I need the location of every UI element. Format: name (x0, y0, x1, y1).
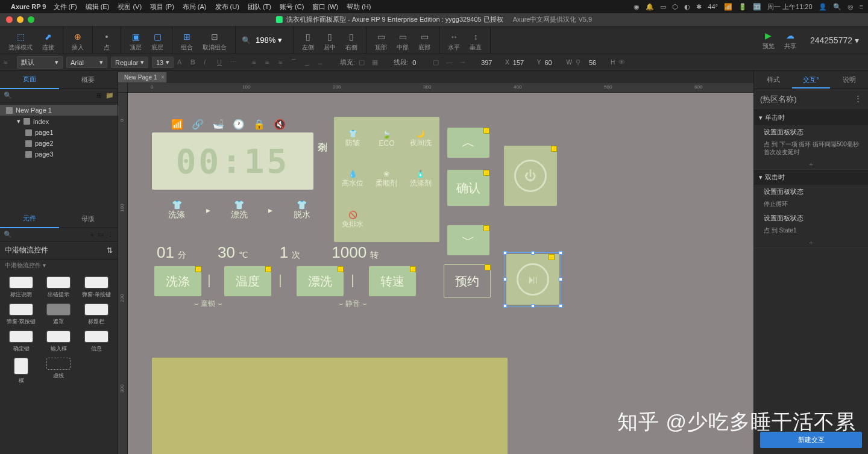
tool-select[interactable]: ⬚选择模式 (4, 29, 37, 54)
status-input-icon[interactable]: 🈁 (753, 3, 761, 11)
status-temp[interactable]: 44° (708, 3, 718, 10)
underline-icon[interactable]: U (217, 58, 227, 67)
menu-window[interactable]: 窗口 (W) (312, 2, 338, 11)
lib-item[interactable]: 虚线 (42, 358, 75, 385)
size-h[interactable]: 56 (589, 59, 606, 66)
tool-connect[interactable]: ⬈连接 (37, 29, 59, 54)
menu-help[interactable]: 帮助 (H) (347, 2, 371, 11)
arrow-icon[interactable]: → (459, 58, 469, 67)
lib-item[interactable]: 标题栏 (80, 303, 113, 326)
color-icon[interactable]: A (177, 58, 187, 67)
align-left[interactable]: ▯左侧 (297, 29, 319, 54)
lib-item[interactable]: 确定键 (5, 331, 37, 353)
btn-wash[interactable]: 洗涤 (154, 266, 201, 296)
canvas-stage[interactable]: 📶 🔗 🛁 🕐 🔒 🔇 00:15 剩余 👕防皱 🍃ECO 🌙夜间洗 💧高水位 (128, 93, 753, 454)
status-gear-icon[interactable]: ✱ (696, 3, 702, 11)
line-width[interactable]: 0 (412, 59, 429, 66)
tab-masters[interactable]: 母版 (59, 210, 118, 228)
tool-point[interactable]: •点 (96, 29, 117, 54)
tab-outline[interactable]: 概要 (59, 71, 118, 89)
lib-sub[interactable]: 中港物流控件 ▾ (0, 260, 118, 272)
action-detail[interactable]: 点 到 下一项 循环 循环间隔500毫秒首次改变延时 (754, 139, 868, 160)
tab-notes[interactable]: 说明 (830, 71, 868, 89)
zoom-value[interactable]: 198% ▾ (251, 36, 287, 45)
lib-item[interactable]: 弹窗-单按键 (80, 276, 113, 299)
tab-interactions[interactable]: 交互° (792, 71, 830, 89)
lib-item[interactable]: 输入框 (42, 331, 75, 353)
tab-widgets[interactable]: 元件 (0, 210, 59, 228)
action-stop[interactable]: 停止循环 (754, 199, 868, 211)
status-bell-icon[interactable]: 🔔 (646, 3, 654, 11)
style-select[interactable]: 默认▾ (17, 56, 63, 69)
menu-view[interactable]: 视图 (V) (118, 2, 142, 11)
tab-pages[interactable]: 页面 (0, 70, 59, 89)
status-clock[interactable]: 周一 上午11:20 (767, 2, 813, 11)
status-battery-icon[interactable]: 🔋 (738, 3, 747, 11)
canvas-tab[interactable]: New Page 1× (118, 72, 167, 82)
align-center[interactable]: ▯居中 (319, 29, 341, 54)
action-setpanel3[interactable]: 设置面板状态 (754, 211, 868, 225)
tab-style[interactable]: 样式 (754, 71, 792, 89)
action-setpanel2[interactable]: 设置面板状态 (754, 185, 868, 199)
close-tab-icon[interactable]: × (161, 74, 164, 80)
fill-swatch[interactable]: ▢ (359, 58, 368, 67)
share-button[interactable]: ☁共享 (779, 28, 801, 52)
status-siri-icon[interactable]: ◎ (848, 3, 854, 11)
dist-v[interactable]: ↕垂直 (465, 29, 486, 54)
lib-folder-icon[interactable]: ▭ (98, 231, 104, 238)
lib-item[interactable]: 弹窗-双按键 (5, 303, 37, 326)
valign-t-icon[interactable]: ⎺ (292, 58, 301, 67)
status-menu-icon[interactable]: ≡ (860, 3, 863, 10)
btn-rinse[interactable]: 漂洗 (297, 266, 344, 296)
app-name[interactable]: Axure RP 9 (11, 3, 46, 10)
pos-y[interactable]: 157 (513, 59, 532, 66)
menu-team[interactable]: 团队 (T) (248, 2, 271, 11)
more-text-icon[interactable]: ⋯ (230, 58, 240, 67)
fill-img-icon[interactable]: ▦ (372, 58, 382, 67)
font-select[interactable]: Arial▾ (66, 57, 107, 68)
status-hex-icon[interactable]: ⬡ (672, 3, 678, 11)
status-search-icon[interactable]: 🔍 (833, 3, 841, 11)
dist-h[interactable]: ↔水平 (443, 29, 465, 54)
window-close[interactable] (6, 16, 13, 23)
align-bottom[interactable]: ▭底部 (414, 29, 435, 54)
tool-ungroup[interactable]: ⊟取消组合 (198, 29, 231, 54)
lock-ratio-icon[interactable]: ⚲ (576, 58, 585, 67)
lib-item[interactable]: 标注说明 (5, 276, 37, 299)
halign-left-icon[interactable]: ≡ (252, 58, 262, 67)
menu-edit[interactable]: 编辑 (E) (86, 2, 110, 11)
halign-right-icon[interactable]: ≡ (278, 58, 288, 67)
page-index[interactable]: ▾ index (0, 116, 118, 127)
italic-icon[interactable]: I (204, 58, 213, 67)
window-maximize[interactable] (28, 16, 34, 23)
window-minimize[interactable] (17, 16, 24, 23)
lib-menu-icon[interactable]: ⋮ (107, 231, 114, 238)
menu-account[interactable]: 账号 (C) (280, 2, 304, 11)
valign-m-icon[interactable]: ⎯ (305, 58, 315, 67)
event-click[interactable]: ▾ 单击时 (754, 110, 868, 125)
add-action2[interactable]: + (754, 238, 868, 248)
add-lib-icon[interactable]: + (90, 231, 94, 238)
lib-selector[interactable]: 中港物流控件⇅ (0, 241, 118, 260)
preview-button[interactable]: ▶预览 (758, 28, 779, 52)
valign-b-icon[interactable]: ⎽ (318, 58, 328, 67)
status-user-icon[interactable]: 👤 (819, 3, 827, 11)
new-interaction-button[interactable]: 新建交互 (760, 432, 862, 448)
halign-center-icon[interactable]: ≡ (265, 58, 275, 67)
btn-reserve[interactable]: 预约 (444, 264, 491, 298)
size-select[interactable]: 13▾ (152, 57, 174, 68)
tool-insert[interactable]: ⊕插入 (67, 29, 89, 54)
status-screen-icon[interactable]: ▭ (660, 3, 666, 11)
line-style-icon[interactable]: — (446, 58, 456, 67)
weight-select[interactable]: Regular▾ (111, 57, 148, 68)
btn-spin[interactable]: 转速 (369, 266, 416, 296)
tool-group[interactable]: ⊞组合 (176, 29, 198, 54)
status-wechat-icon[interactable]: ◉ (634, 3, 640, 11)
status-dot-icon[interactable]: ◐ (684, 3, 690, 11)
lib-item[interactable]: 信息 (80, 331, 113, 353)
page-2[interactable]: page2 (0, 138, 118, 149)
lib-item[interactable]: 框 (5, 358, 37, 385)
pos-x[interactable]: 397 (481, 59, 500, 66)
btn-temp[interactable]: 温度 (224, 266, 271, 296)
menu-publish[interactable]: 发布 (U) (215, 2, 239, 11)
